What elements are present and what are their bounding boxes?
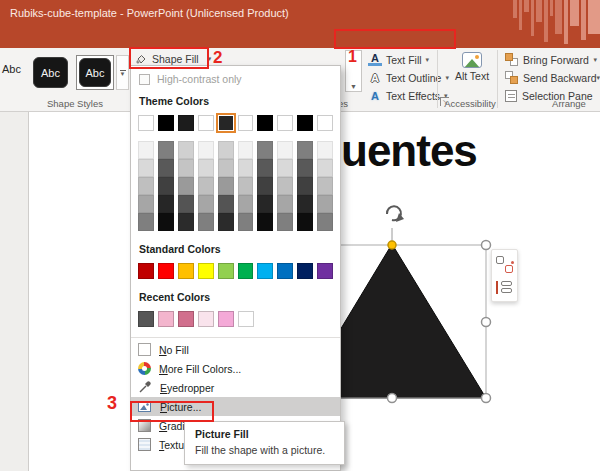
alt-text-button[interactable]: Alt Text <box>450 52 494 82</box>
text-outline-icon: A <box>368 72 382 84</box>
color-swatch[interactable] <box>178 263 194 279</box>
color-swatch[interactable] <box>257 177 273 195</box>
color-swatch[interactable] <box>198 263 214 279</box>
color-swatch[interactable] <box>297 177 313 195</box>
color-swatch[interactable] <box>138 213 154 231</box>
color-swatch[interactable] <box>218 115 234 131</box>
color-swatch[interactable] <box>317 141 333 159</box>
color-swatch[interactable] <box>238 177 254 195</box>
slide-title-text[interactable]: uentes <box>341 126 477 176</box>
checkbox-icon[interactable] <box>139 74 150 85</box>
color-swatch[interactable] <box>218 311 234 327</box>
shape-style-preview-light[interactable]: Abc <box>2 63 21 75</box>
color-swatch[interactable] <box>178 141 194 159</box>
color-swatch[interactable] <box>297 115 313 131</box>
color-swatch[interactable] <box>178 213 194 231</box>
shape-style-preview-dark[interactable]: Abc <box>33 57 68 88</box>
high-contrast-only-checkbox-row[interactable]: High-contrast only <box>139 73 340 85</box>
color-swatch[interactable] <box>158 115 174 131</box>
swap-shape-icon-button[interactable] <box>496 256 513 273</box>
color-swatch[interactable] <box>277 213 293 231</box>
align-objects-icon-button[interactable] <box>496 279 513 296</box>
color-swatch[interactable] <box>317 159 333 177</box>
wordart-gallery-more-button[interactable]: ▼ <box>345 50 362 92</box>
color-swatch[interactable] <box>138 177 154 195</box>
color-swatch[interactable] <box>277 159 293 177</box>
color-swatch[interactable] <box>218 159 234 177</box>
color-swatch[interactable] <box>138 311 154 327</box>
color-swatch[interactable] <box>198 213 214 231</box>
menu-item-eyedropper[interactable]: Eyedropper <box>131 378 340 397</box>
text-effects-button[interactable]: A Text Effects▾ <box>368 88 448 103</box>
color-swatch[interactable] <box>297 195 313 213</box>
menu-item-more-fill-colors[interactable]: More Fill Colors... <box>131 359 340 378</box>
send-backward-button[interactable]: Send Backward▾ <box>505 70 597 85</box>
color-swatch[interactable] <box>138 195 154 213</box>
color-swatch[interactable] <box>138 115 154 131</box>
color-swatch[interactable] <box>317 115 333 131</box>
color-swatch[interactable] <box>257 213 273 231</box>
color-swatch[interactable] <box>158 213 174 231</box>
color-swatch[interactable] <box>138 159 154 177</box>
color-swatch[interactable] <box>178 159 194 177</box>
color-swatch[interactable] <box>198 195 214 213</box>
color-swatch[interactable] <box>178 177 194 195</box>
color-swatch[interactable] <box>238 213 254 231</box>
color-swatch[interactable] <box>317 213 333 231</box>
shape-styles-gallery-more-button[interactable]: ▼ <box>116 55 129 90</box>
text-fill-button[interactable]: A Text Fill▾ <box>368 52 429 67</box>
color-swatch[interactable] <box>198 177 214 195</box>
color-swatch[interactable] <box>238 115 254 131</box>
color-swatch[interactable] <box>218 213 234 231</box>
menu-item-no-fill[interactable]: No Fill <box>131 340 340 359</box>
shape-style-preview-selected[interactable]: Abc <box>76 55 114 90</box>
color-swatch[interactable] <box>297 263 313 279</box>
color-swatch[interactable] <box>158 311 174 327</box>
color-swatch[interactable] <box>158 195 174 213</box>
color-swatch[interactable] <box>297 159 313 177</box>
color-swatch[interactable] <box>198 115 214 131</box>
color-swatch[interactable] <box>317 177 333 195</box>
titlebar-decoration <box>513 0 600 46</box>
recent-colors-heading: Recent Colors <box>139 291 340 303</box>
color-swatch[interactable] <box>198 311 214 327</box>
selection-pane-icon <box>505 90 517 102</box>
color-swatch[interactable] <box>238 141 254 159</box>
menu-item-picture[interactable]: Picture... <box>131 397 340 416</box>
color-swatch[interactable] <box>138 263 154 279</box>
color-swatch[interactable] <box>297 213 313 231</box>
color-swatch[interactable] <box>317 195 333 213</box>
color-swatch[interactable] <box>158 177 174 195</box>
color-swatch[interactable] <box>178 311 194 327</box>
color-swatch[interactable] <box>218 195 234 213</box>
color-swatch[interactable] <box>158 263 174 279</box>
color-swatch[interactable] <box>257 141 273 159</box>
color-swatch[interactable] <box>277 115 293 131</box>
color-swatch[interactable] <box>158 141 174 159</box>
color-swatch[interactable] <box>317 263 333 279</box>
color-swatch[interactable] <box>178 195 194 213</box>
color-swatch[interactable] <box>257 159 273 177</box>
color-swatch[interactable] <box>218 141 234 159</box>
color-swatch[interactable] <box>238 311 254 327</box>
color-swatch[interactable] <box>257 115 273 131</box>
color-swatch[interactable] <box>198 159 214 177</box>
color-swatch[interactable] <box>238 263 254 279</box>
color-swatch[interactable] <box>277 177 293 195</box>
bring-forward-icon <box>505 53 518 66</box>
color-swatch[interactable] <box>218 177 234 195</box>
color-swatch[interactable] <box>277 141 293 159</box>
color-swatch[interactable] <box>198 141 214 159</box>
color-swatch[interactable] <box>277 195 293 213</box>
color-swatch[interactable] <box>238 159 254 177</box>
color-swatch[interactable] <box>257 263 273 279</box>
color-swatch[interactable] <box>297 141 313 159</box>
color-swatch[interactable] <box>138 141 154 159</box>
color-swatch[interactable] <box>277 263 293 279</box>
bring-forward-button[interactable]: Bring Forward▾ <box>505 52 597 67</box>
color-swatch[interactable] <box>218 263 234 279</box>
color-swatch[interactable] <box>238 195 254 213</box>
color-swatch[interactable] <box>158 159 174 177</box>
color-swatch[interactable] <box>257 195 273 213</box>
color-swatch[interactable] <box>178 115 194 131</box>
